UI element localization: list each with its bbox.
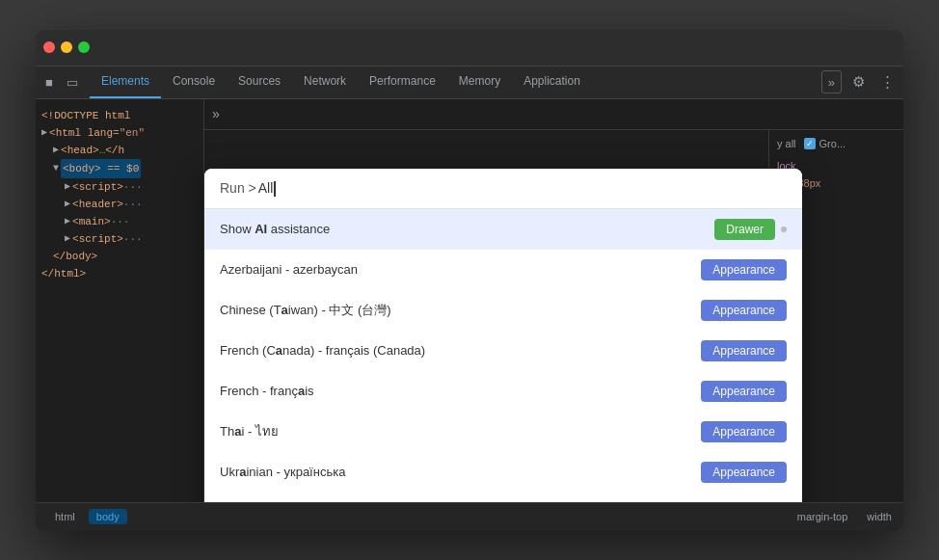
more-options-icon[interactable]: ⋮ bbox=[874, 69, 899, 94]
command-item-azerbaijani[interactable]: Azerbaijani - azerbaycan Appearance bbox=[204, 250, 802, 290]
elements-panel: <!DOCTYPE html ▶ <html lang="en" ▶ <head… bbox=[36, 99, 204, 502]
close-button[interactable] bbox=[43, 41, 55, 53]
drawer-button[interactable]: Drawer bbox=[714, 219, 775, 240]
tab-console[interactable]: Console bbox=[161, 66, 227, 98]
appearance-button[interactable]: Appearance bbox=[701, 381, 787, 402]
command-item-actions: Drawer bbox=[714, 219, 787, 240]
element-script2[interactable]: ▶ <script>··· bbox=[63, 230, 200, 248]
element-main[interactable]: ▶ <main>··· bbox=[63, 213, 200, 230]
expand-icon[interactable]: ▶ bbox=[65, 213, 70, 230]
command-item-ai-assistance[interactable]: Show AI assistance Drawer bbox=[204, 209, 802, 250]
element-body[interactable]: ▼ <body> == $0 bbox=[51, 159, 200, 178]
command-item-label: Thai - ไทย bbox=[220, 421, 701, 441]
appearance-button[interactable]: Appearance bbox=[701, 462, 787, 483]
element-header[interactable]: ▶ <header>··· bbox=[63, 196, 200, 213]
element-html-close: </html> bbox=[40, 265, 200, 282]
tab-performance[interactable]: Performance bbox=[358, 66, 447, 98]
command-item-chinese-taiwan[interactable]: Chinese (Taiwan) - 中文 (台灣) Appearance bbox=[204, 290, 802, 331]
expand-icon[interactable]: ▶ bbox=[53, 142, 59, 159]
element-head[interactable]: ▶ <head> … </h bbox=[51, 142, 200, 159]
tab-sources[interactable]: Sources bbox=[227, 66, 292, 98]
command-item-french[interactable]: French - français Appearance bbox=[204, 371, 802, 412]
bottom-bar: html body margin-top width bbox=[36, 502, 903, 531]
command-palette: Run > All Show AI assistance Drawer Aze bbox=[204, 169, 802, 502]
bottom-tab-body[interactable]: body bbox=[89, 509, 127, 524]
command-item-thai[interactable]: Thai - ไทย Appearance bbox=[204, 412, 802, 452]
settings-icon[interactable]: ⚙ bbox=[845, 69, 871, 94]
expand-icon[interactable]: ▶ bbox=[65, 230, 70, 248]
style-width-label: width bbox=[867, 511, 892, 522]
tabs-bar: ■ ▭ Elements Console Sources Network Per… bbox=[36, 67, 903, 99]
inspect-icon[interactable]: ■ bbox=[40, 72, 59, 92]
expand-icon[interactable]: ▼ bbox=[53, 160, 59, 177]
appearance-button[interactable]: Appearance bbox=[701, 421, 787, 442]
element-body-close: </body> bbox=[51, 248, 200, 265]
command-item-label: French (Canada) - français (Canada) bbox=[220, 343, 701, 358]
tab-application[interactable]: Application bbox=[512, 66, 592, 98]
command-item-label: Ukrainian - українська bbox=[220, 465, 701, 479]
expand-icon[interactable]: ▶ bbox=[65, 196, 70, 213]
title-bar bbox=[36, 30, 903, 67]
command-prefix: Run > bbox=[220, 180, 256, 196]
appearance-button[interactable]: Appearance bbox=[701, 300, 787, 321]
filter-row: y all ✓ Gro... bbox=[777, 138, 896, 149]
scroll-indicator bbox=[781, 227, 787, 232]
expand-icon[interactable]: ▶ bbox=[41, 124, 47, 142]
element-script1[interactable]: ▶ <script>··· bbox=[63, 178, 200, 196]
command-item-label: Show AI assistance bbox=[220, 222, 714, 236]
bottom-tab-html[interactable]: html bbox=[47, 509, 83, 524]
command-item-french-canada[interactable]: French (Canada) - français (Canada) Appe… bbox=[204, 331, 802, 371]
group-checkbox[interactable]: ✓ bbox=[804, 138, 816, 149]
command-input-row[interactable]: Run > All bbox=[204, 169, 802, 209]
bottom-styles: margin-top width bbox=[797, 511, 892, 522]
main-content: <!DOCTYPE html ▶ <html lang="en" ▶ <head… bbox=[36, 99, 903, 502]
command-item-show-application[interactable]: Show Application Panel bbox=[204, 493, 802, 502]
tab-overflow: » ⚙ ⋮ bbox=[821, 69, 899, 94]
breadcrumb-arrow: » bbox=[212, 106, 220, 121]
right-panel-top: » bbox=[204, 99, 903, 130]
command-input-text: All bbox=[258, 180, 274, 196]
tab-memory[interactable]: Memory bbox=[447, 66, 512, 98]
checkmark-icon: ✓ bbox=[806, 139, 814, 148]
tab-network[interactable]: Network bbox=[292, 66, 358, 98]
command-item-label: Chinese (Taiwan) - 中文 (台灣) bbox=[220, 302, 701, 319]
group-label: Gro... bbox=[819, 138, 846, 149]
command-input-display[interactable]: All bbox=[258, 180, 276, 197]
filter-group: ✓ Gro... bbox=[804, 138, 846, 149]
tab-elements[interactable]: Elements bbox=[90, 66, 161, 98]
minimize-button[interactable] bbox=[61, 41, 72, 53]
command-item-label: French - français bbox=[220, 384, 701, 398]
command-list: Show AI assistance Drawer Azerbaijani - … bbox=[204, 209, 802, 502]
appearance-button[interactable]: Appearance bbox=[701, 340, 787, 361]
expand-icon[interactable]: ▶ bbox=[65, 178, 70, 196]
filter-all: y all bbox=[777, 138, 796, 149]
command-item-ukrainian[interactable]: Ukrainian - українська Appearance bbox=[204, 452, 802, 493]
maximize-button[interactable] bbox=[78, 41, 90, 53]
devtools-icons: ■ ▭ bbox=[40, 72, 82, 92]
style-margin-top-label: margin-top bbox=[797, 511, 848, 522]
filter-all-label: y all bbox=[777, 138, 796, 149]
cursor bbox=[274, 181, 276, 197]
device-icon[interactable]: ▭ bbox=[63, 72, 82, 92]
command-item-label: Azerbaijani - azerbaycan bbox=[220, 262, 701, 277]
appearance-button[interactable]: Appearance bbox=[701, 259, 787, 280]
more-tabs-button[interactable]: » bbox=[821, 70, 842, 93]
element-html[interactable]: ▶ <html lang="en" bbox=[40, 124, 200, 142]
element-doctype: <!DOCTYPE html bbox=[40, 107, 200, 124]
traffic-lights bbox=[43, 41, 90, 53]
